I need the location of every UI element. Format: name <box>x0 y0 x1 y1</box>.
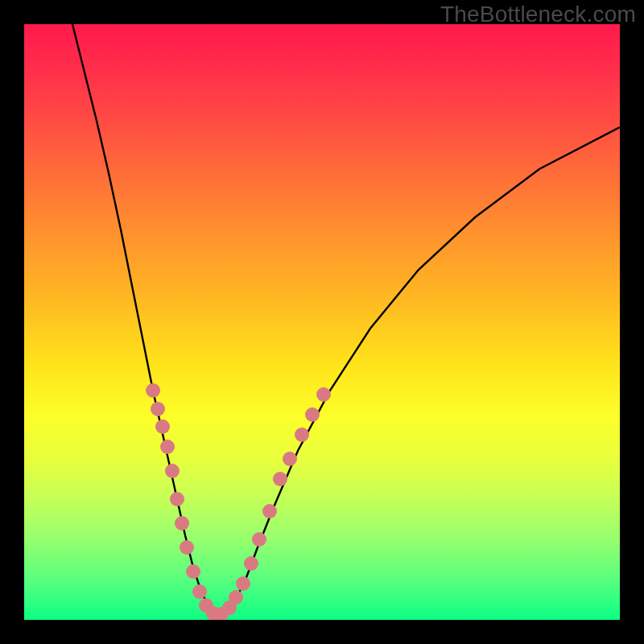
curve-marker <box>295 427 309 442</box>
curve-markers <box>146 383 331 620</box>
main-curve <box>72 24 620 616</box>
curve-marker <box>236 576 250 591</box>
curve-marker <box>170 492 184 506</box>
curve-marker <box>305 407 320 422</box>
curve-marker <box>175 516 189 530</box>
curve-marker <box>262 504 277 518</box>
curve-marker <box>283 452 297 466</box>
curve-marker <box>146 383 160 398</box>
curve-marker <box>186 564 200 579</box>
curve-marker <box>316 387 331 402</box>
curve-marker <box>160 440 175 454</box>
curve-marker <box>155 419 170 434</box>
curve-marker <box>165 464 180 478</box>
curve-marker <box>180 540 194 555</box>
curve-marker <box>151 402 165 416</box>
chart-frame: TheBottleneck.com <box>0 0 644 644</box>
curve-marker <box>252 532 266 547</box>
curve-marker <box>273 472 287 486</box>
curve-marker <box>192 584 207 599</box>
curve-layer <box>24 24 620 620</box>
curve-marker <box>229 590 243 605</box>
plot-area <box>24 24 620 620</box>
curve-marker <box>244 556 258 571</box>
watermark-text: TheBottleneck.com <box>440 2 636 27</box>
